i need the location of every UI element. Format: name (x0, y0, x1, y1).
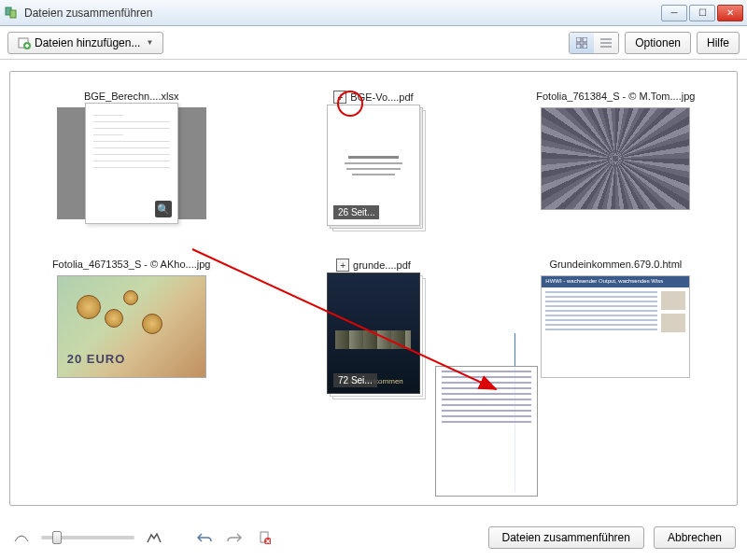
svg-rect-4 (576, 37, 581, 42)
window-title: Dateien zusammenführen (24, 7, 661, 20)
expand-icon[interactable]: + (336, 259, 349, 272)
add-files-button[interactable]: Dateien hinzufügen... ▼ (7, 32, 163, 54)
svg-rect-5 (583, 37, 587, 42)
options-button[interactable]: Optionen (625, 32, 691, 54)
content-area: BGE_Berechn....xlsx 🔍 + BGE-Vo....pdf (0, 60, 747, 517)
help-button[interactable]: Hilfe (697, 32, 740, 54)
undo-icon[interactable] (194, 528, 215, 547)
file-item[interactable]: Grundeinkommen.679.0.html HWWI - wachsen… (523, 259, 709, 389)
slider-thumb[interactable] (52, 531, 62, 544)
merge-button[interactable]: Dateien zusammenführen (488, 526, 644, 549)
file-item[interactable]: Fotolia_4671353_S - © AKho....jpg (38, 259, 224, 389)
view-toggle (569, 32, 619, 54)
zoom-icon[interactable]: 🔍 (155, 201, 172, 217)
thumbnail-selected[interactable]: 🔍 (57, 107, 206, 219)
thumbnail[interactable]: Grundeinkommen 72 Sei... (299, 277, 448, 389)
thumbnail[interactable]: 26 Seit... (299, 109, 448, 221)
add-files-label: Dateien hinzufügen... (35, 36, 140, 49)
cancel-button[interactable]: Abbrechen (654, 526, 736, 549)
page-count-badge: 26 Seit... (333, 205, 379, 219)
file-title: Grundeinkommen.679.0.html (549, 259, 682, 270)
thumbnail[interactable]: HWWI - wachsender Output, wachsendes Wis… (541, 275, 690, 378)
redo-icon[interactable] (224, 528, 245, 547)
file-item[interactable]: BGE_Berechn....xlsx 🔍 (38, 91, 224, 221)
svg-rect-6 (576, 44, 581, 49)
page-count-badge: 72 Sei... (333, 373, 377, 387)
app-icon (4, 6, 19, 21)
zoom-slider[interactable] (41, 536, 134, 539)
file-title: Fotolia_4671353_S - © AKho....jpg (52, 259, 211, 270)
file-item[interactable]: + grunde....pdf Grundeinkommen 72 Sei... (280, 259, 466, 389)
delete-icon[interactable] (254, 528, 275, 547)
minimize-button[interactable]: ─ (661, 5, 687, 21)
html-header: HWWI - wachsender Output, wachsendes Wis… (542, 276, 689, 287)
file-item[interactable]: + BGE-Vo....pdf 26 Seit... (280, 91, 466, 221)
zoom-out-icon[interactable] (11, 528, 32, 547)
dropdown-icon: ▼ (146, 38, 153, 47)
toolbar: Dateien hinzufügen... ▼ Optionen Hilfe (0, 26, 747, 60)
file-panel[interactable]: BGE_Berechn....xlsx 🔍 + BGE-Vo....pdf (9, 71, 738, 506)
footer: Dateien zusammenführen Abbrechen (0, 517, 747, 558)
expand-icon[interactable]: + (333, 91, 346, 104)
svg-rect-7 (583, 44, 587, 49)
thumbnail[interactable] (57, 275, 206, 378)
drop-indicator (514, 333, 515, 492)
grid-view-button[interactable] (570, 33, 594, 53)
zoom-in-icon[interactable] (144, 528, 164, 547)
file-title: BGE-Vo....pdf (350, 91, 413, 103)
close-button[interactable]: ✕ (717, 5, 743, 21)
list-view-button[interactable] (594, 33, 618, 53)
thumbnail[interactable] (541, 107, 690, 210)
file-item[interactable]: Fotolia_761384_S - © M.Tom....jpg (523, 91, 709, 221)
file-title: Fotolia_761384_S - © M.Tom....jpg (536, 91, 695, 102)
svg-rect-1 (10, 10, 16, 18)
titlebar: Dateien zusammenführen ─ ☐ ✕ (0, 0, 747, 26)
file-title: BGE_Berechn....xlsx (84, 91, 179, 102)
file-title: grunde....pdf (353, 259, 411, 271)
maximize-button[interactable]: ☐ (689, 5, 715, 21)
